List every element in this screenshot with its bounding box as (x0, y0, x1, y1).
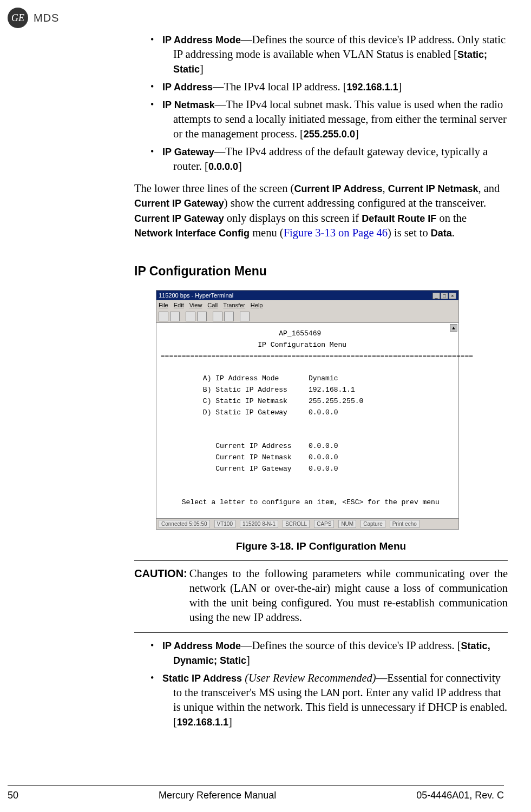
opt-a-label: A) IP Address Mode (203, 374, 279, 382)
t: ) is set to (388, 227, 431, 239)
caution-text: Changes to the following parameters whil… (189, 566, 508, 625)
menu-help: Help (251, 302, 263, 308)
status-print: Print echo (390, 520, 419, 528)
cur-mask-value: 0.0.0.0 (309, 453, 338, 461)
closeb: ] (398, 81, 402, 93)
window-buttons: _□× (432, 292, 456, 300)
status-connected: Connected 5:05:50 (159, 520, 210, 528)
cur-gw-label: Current IP Gateway (215, 465, 291, 473)
term: IP Netmask (162, 100, 215, 110)
closeb: ] (238, 160, 242, 172)
t: on the (436, 212, 467, 224)
desc: —The IPv4 local IP address. [ (213, 81, 346, 93)
status-num: NUM (338, 520, 356, 528)
b: Data (431, 228, 452, 239)
cur-addr-label: Current IP Address (215, 442, 291, 450)
toolbar-icon (170, 312, 180, 321)
term: IP Address Mode (162, 641, 241, 651)
opt-a-value: Dynamic (309, 374, 338, 382)
ge-badge-icon: GE (8, 8, 28, 28)
cross-ref-link[interactable]: Figure 3-13 on Page 46 (284, 227, 388, 239)
top-bullet-list: IP Address Mode—Defines the source of th… (134, 32, 508, 174)
toolbar-icon (213, 312, 222, 321)
toolbar-icon (186, 312, 195, 321)
toolbar-icon (197, 312, 207, 321)
menu-title: IP Configuration Menu (258, 341, 346, 349)
desc: —Defines the source of this device's IP … (241, 639, 461, 651)
maximize-icon: □ (441, 293, 448, 299)
opt-c-label: C) Static IP Netmask (203, 397, 287, 405)
doc-rev: 05-4446A01, Rev. C (416, 790, 504, 801)
bullet-ip-address: IP Address—The IPv4 local IP address. [1… (162, 80, 508, 94)
page-number: 50 (8, 790, 18, 801)
opt-d-value: 0.0.0.0 (309, 408, 338, 417)
cur-mask-label: Current IP Netmask (215, 453, 291, 461)
caution-block: CAUTION: Changes to the following parame… (134, 566, 508, 625)
toolbar (156, 311, 458, 323)
opt-c-value: 255.255.255.0 (309, 397, 363, 405)
bullet-ip-address-mode-2: IP Address Mode—Defines the source of th… (162, 638, 508, 668)
b: Current IP Gateway (134, 213, 224, 224)
toolbar-icon (159, 312, 168, 321)
term: Static IP Address (162, 673, 242, 684)
opt-b-value: 192.168.1.1 (309, 386, 355, 394)
b: Network Interface Config (134, 228, 250, 239)
status-capture: Capture (360, 520, 385, 528)
note: (User Review Recommended) (242, 672, 376, 684)
titlebar: 115200 bps - HyperTerminal _□× (156, 291, 458, 301)
ap-id: AP_1655469 (279, 329, 321, 338)
term: IP Address (162, 82, 213, 93)
t: ) show the current addressing configured… (224, 197, 486, 209)
toolbar-icon (240, 312, 250, 321)
prompt-text: Select a letter to configure an item, <E… (182, 498, 440, 506)
page-footer: 50 Mercury Reference Manual 05-4446A01, … (8, 785, 504, 801)
closeb: ] (246, 654, 250, 666)
cur-gw-value: 0.0.0.0 (309, 465, 338, 473)
close-icon: × (449, 293, 456, 299)
window-title: 115200 bps - HyperTerminal (159, 292, 233, 300)
cur-addr-value: 0.0.0.0 (309, 442, 338, 450)
menu-call: Call (207, 302, 218, 308)
t: , (382, 182, 388, 194)
doc-title: Mercury Reference Manual (159, 790, 276, 801)
closeb: ] (200, 63, 204, 75)
paragraph-current-ip: The lower three lines of the screen (Cur… (134, 181, 508, 240)
b: Current IP Gateway (134, 198, 224, 209)
menubar: FileEditViewCallTransferHelp (156, 300, 458, 311)
opt-b-label: B) Static IP Address (203, 386, 287, 394)
b: Current IP Netmask (388, 183, 478, 194)
menu-file: File (159, 302, 168, 308)
status-baud: 115200 8-N-1 (240, 520, 278, 528)
terminal-screenshot: 115200 bps - HyperTerminal _□× FileEditV… (156, 290, 459, 530)
bullet-ip-gateway: IP Gateway—The IPv4 address of the defau… (162, 144, 508, 174)
status-caps: CAPS (314, 520, 334, 528)
value: 192.168.1.1 (347, 82, 398, 93)
minimize-icon: _ (432, 293, 440, 299)
t: . (452, 227, 455, 239)
t: only displays on this screen if (224, 212, 362, 224)
term: IP Address Mode (162, 35, 241, 45)
bottom-bullet-list: IP Address Mode—Defines the source of th… (134, 638, 508, 729)
t: The lower three lines of the screen ( (134, 182, 294, 194)
main-content: IP Address Mode—Defines the source of th… (134, 32, 508, 732)
b: Current IP Address (294, 183, 382, 194)
figure-caption: Figure 3-18. IP Configuration Menu (134, 539, 508, 553)
bullet-ip-address-mode: IP Address Mode—Defines the source of th… (162, 32, 508, 76)
brand-text: MDS (34, 12, 59, 24)
b: Default Route IF (362, 213, 436, 224)
lan: LAN (320, 688, 339, 698)
caution-label: CAUTION: (134, 566, 187, 625)
t: , and (478, 182, 500, 194)
closeb: ] (228, 716, 232, 728)
statusbar: Connected 5:05:50 VT100 115200 8-N-1 SCR… (156, 518, 458, 529)
t: menu ( (250, 227, 284, 239)
header-logo: GE MDS (8, 8, 59, 28)
closeb: ] (355, 128, 359, 140)
rule (134, 560, 508, 561)
bullet-static-ip-address: Static IP Address (User Review Recommend… (162, 671, 508, 729)
section-heading: IP Configuration Menu (134, 263, 508, 279)
status-term: VT100 (214, 520, 235, 528)
value: 192.168.1.1 (177, 717, 228, 728)
value: 255.255.0.0 (304, 129, 355, 140)
menu-view: View (189, 302, 202, 308)
